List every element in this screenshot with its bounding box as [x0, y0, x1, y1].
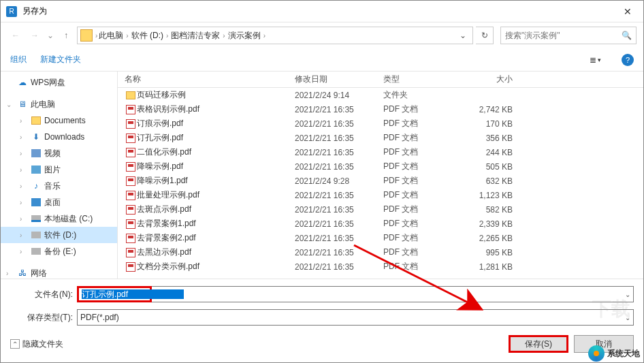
- file-date: 2021/2/21 16:35: [295, 105, 383, 114]
- app-icon: R: [6, 6, 17, 17]
- breadcrumb-item[interactable]: 软件 (D:)›: [130, 30, 170, 42]
- folder-icon: [125, 91, 137, 99]
- pdf-icon: [125, 191, 137, 200]
- tree-pc[interactable]: ⌄🖥此电脑: [1, 96, 117, 112]
- filename-field-ext[interactable]: ⌄: [152, 286, 634, 302]
- up-button[interactable]: ↑: [58, 27, 74, 44]
- file-row[interactable]: 降噪示例1.pdf2021/2/24 9:28PDF 文档632 KB: [118, 174, 643, 188]
- file-row[interactable]: 去斑点示例.pdf2021/2/21 16:35PDF 文档582 KB: [118, 202, 643, 217]
- file-date: 2021/2/21 16:35: [295, 262, 383, 272]
- pdf-icon: [125, 119, 137, 129]
- file-size: 356 KB: [458, 133, 526, 143]
- save-button[interactable]: 保存(S): [509, 335, 568, 353]
- file-row[interactable]: 表格识别示例.pdf2021/2/21 16:35PDF 文档2,742 KB: [118, 102, 643, 116]
- pdf-icon: [125, 162, 137, 172]
- search-box[interactable]: 🔍: [500, 27, 637, 44]
- tree-documents[interactable]: ›Documents: [1, 112, 117, 129]
- search-input[interactable]: [505, 31, 622, 40]
- file-row[interactable]: 降噪示例.pdf2021/2/21 16:35PDF 文档505 KB: [118, 159, 643, 174]
- search-icon[interactable]: 🔍: [622, 31, 632, 40]
- file-size: 2,742 KB: [458, 105, 526, 114]
- file-type: PDF 文档: [383, 261, 458, 272]
- filename-field[interactable]: [77, 286, 152, 302]
- type-value: PDF(*.pdf): [80, 313, 119, 322]
- help-button[interactable]: ?: [622, 54, 634, 66]
- view-button[interactable]: ≣▾: [590, 55, 601, 65]
- close-button[interactable]: ✕: [612, 1, 643, 22]
- pdf-icon: [125, 176, 137, 186]
- file-name: 去背景案例1.pdf: [137, 218, 295, 230]
- col-name[interactable]: 名称: [125, 74, 295, 85]
- new-folder-button[interactable]: 新建文件夹: [40, 54, 81, 65]
- file-name: 去背景案例2.pdf: [137, 232, 295, 244]
- forward-button[interactable]: →: [27, 27, 43, 44]
- file-type: 文件夹: [383, 89, 458, 101]
- file-name: 页码迁移示例: [137, 89, 295, 101]
- nav-row: ← → ⌄ ↑ › 此电脑› 软件 (D:)› 图档清洁专家› 演示案例› ⌄ …: [1, 22, 643, 48]
- breadcrumb-item[interactable]: 图档清洁专家›: [170, 30, 226, 42]
- toolbar: 组织 新建文件夹 ≣▾ ?: [1, 48, 643, 72]
- col-type[interactable]: 类型: [383, 74, 458, 85]
- tree-wps[interactable]: ☁WPS网盘: [1, 74, 117, 91]
- tree-pictures[interactable]: ›图片: [1, 161, 117, 178]
- col-size[interactable]: 大小: [458, 74, 526, 85]
- tree-desktop[interactable]: ›桌面: [1, 194, 117, 210]
- column-headers[interactable]: 名称 修改日期 类型 大小: [118, 72, 643, 88]
- file-name: 文档分类示例.pdf: [137, 261, 295, 272]
- history-dropdown[interactable]: ⌄: [46, 31, 55, 40]
- file-row[interactable]: 订痕示例.pdf2021/2/21 16:35PDF 文档170 KB: [118, 116, 643, 131]
- brand-logo: 系统天地: [588, 345, 640, 362]
- file-name: 去斑点示例.pdf: [137, 204, 295, 215]
- tree-e-drive[interactable]: ›备份 (E:): [1, 243, 117, 259]
- hide-folders-button[interactable]: ⌃ 隐藏文件夹: [10, 338, 63, 350]
- file-row[interactable]: 页码迁移示例2021/2/24 9:14文件夹: [118, 88, 643, 102]
- pdf-icon: [125, 133, 137, 143]
- file-row[interactable]: 订孔示例.pdf2021/2/21 16:35PDF 文档356 KB: [118, 131, 643, 145]
- file-date: 2021/2/21 16:35: [295, 205, 383, 215]
- file-row[interactable]: 去背景案例1.pdf2021/2/21 16:35PDF 文档2,339 KB: [118, 217, 643, 231]
- file-row[interactable]: 去黑边示例.pdf2021/2/21 16:35PDF 文档995 KB: [118, 245, 643, 259]
- tree-music[interactable]: ›♪音乐: [1, 178, 117, 194]
- collapse-icon: ⌃: [10, 339, 20, 349]
- tree-videos[interactable]: ›视频: [1, 145, 117, 161]
- file-row[interactable]: 二值化示例.pdf2021/2/21 16:35PDF 文档244 KB: [118, 145, 643, 159]
- type-select[interactable]: PDF(*.pdf) ⌄: [77, 309, 634, 326]
- refresh-button[interactable]: ↻: [476, 27, 494, 44]
- file-date: 2021/2/21 16:35: [295, 191, 383, 200]
- file-type: PDF 文档: [383, 247, 458, 258]
- file-size: 170 KB: [458, 119, 526, 129]
- tree-c-drive[interactable]: ›本地磁盘 (C:): [1, 210, 117, 227]
- file-row[interactable]: 去背景案例2.pdf2021/2/21 16:35PDF 文档2,265 KB: [118, 231, 643, 245]
- nav-tree[interactable]: ☁WPS网盘 ⌄🖥此电脑 ›Documents ›⬇Downloads ›视频 …: [1, 72, 118, 279]
- pdf-icon: [125, 105, 137, 114]
- breadcrumb-item[interactable]: 此电脑›: [97, 30, 129, 42]
- titlebar: R 另存为 ✕: [1, 1, 643, 22]
- file-date: 2021/2/21 16:35: [295, 234, 383, 243]
- tree-d-drive[interactable]: ›软件 (D:): [1, 227, 117, 243]
- file-row[interactable]: 文档分类示例.pdf2021/2/21 16:35PDF 文档1,281 KB: [118, 259, 643, 274]
- organize-menu[interactable]: 组织: [10, 54, 27, 65]
- file-size: 582 KB: [458, 205, 526, 215]
- pdf-icon: [125, 205, 137, 215]
- folder-icon: [80, 29, 93, 42]
- tree-network[interactable]: ›🖧网络: [1, 265, 117, 279]
- file-name: 降噪示例.pdf: [137, 161, 295, 172]
- breadcrumb[interactable]: › 此电脑› 软件 (D:)› 图档清洁专家› 演示案例› ⌄: [77, 27, 473, 44]
- file-type: PDF 文档: [383, 218, 458, 230]
- file-type: PDF 文档: [383, 146, 458, 158]
- brand-icon: [588, 345, 605, 362]
- breadcrumb-item[interactable]: 演示案例›: [227, 30, 267, 42]
- file-list[interactable]: 页码迁移示例2021/2/24 9:14文件夹表格识别示例.pdf2021/2/…: [118, 88, 643, 279]
- file-name: 订痕示例.pdf: [137, 118, 295, 129]
- back-button[interactable]: ←: [7, 27, 24, 44]
- file-size: 632 KB: [458, 176, 526, 186]
- type-label: 保存类型(T):: [10, 312, 77, 323]
- tree-downloads[interactable]: ›⬇Downloads: [1, 129, 117, 145]
- chevron-down-icon[interactable]: ⌄: [625, 314, 630, 321]
- chevron-down-icon[interactable]: ⌄: [625, 291, 630, 298]
- file-pane: 名称 修改日期 类型 大小 页码迁移示例2021/2/24 9:14文件夹表格识…: [118, 72, 643, 279]
- breadcrumb-dropdown[interactable]: ⌄: [456, 31, 470, 40]
- file-date: 2021/2/21 16:35: [295, 248, 383, 257]
- file-row[interactable]: 批量处理示例.pdf2021/2/21 16:35PDF 文档1,123 KB: [118, 188, 643, 202]
- col-date[interactable]: 修改日期: [295, 74, 383, 85]
